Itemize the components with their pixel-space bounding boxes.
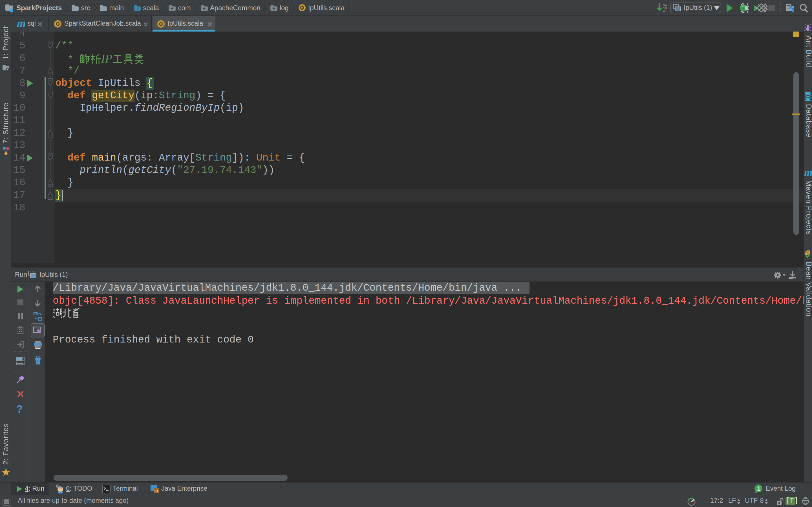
svg-text:1: 1 bbox=[757, 485, 760, 492]
svg-text:EE: EE bbox=[154, 489, 159, 493]
svg-text:01: 01 bbox=[663, 10, 667, 13]
svg-text:01: 01 bbox=[663, 3, 667, 6]
svg-text:10: 10 bbox=[663, 6, 667, 10]
